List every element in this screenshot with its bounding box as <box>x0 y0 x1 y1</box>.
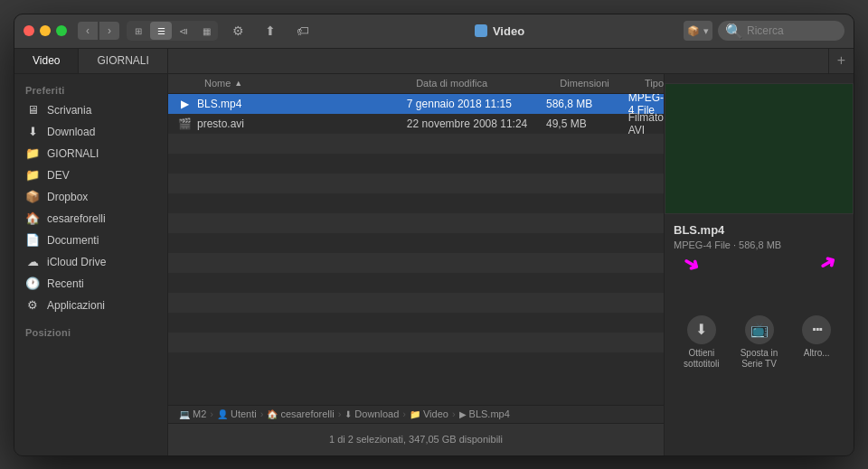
pink-arrow-1: ➜ <box>678 249 704 278</box>
sidebar-item-recenti[interactable]: 🕐 Recenti <box>14 273 167 295</box>
altro-icon: ··· <box>802 315 831 344</box>
breadcrumb-sep-2: › <box>260 408 264 419</box>
sidebar-item-icloud[interactable]: ☁ iCloud Drive <box>14 251 167 273</box>
sidebar-item-applicazioni[interactable]: ⚙ Applicazioni <box>14 295 167 316</box>
window-title-area: Video <box>323 24 676 38</box>
preview-info: BLS.mp4 MPEG-4 File · 586,8 MB ➜ ➜ ⬇ Ott… <box>665 214 854 455</box>
col-header-name[interactable]: Nome ▲ <box>168 78 416 89</box>
file-icon-presto: 🎬 <box>177 117 192 131</box>
main-content: Preferiti 🖥 Scrivania ⬇ Download 📁 GIORN… <box>14 74 854 455</box>
tab-giornali[interactable]: GIORNALI <box>79 49 167 73</box>
col-header-date[interactable]: Data di modifica <box>416 78 560 89</box>
icon-view-button[interactable]: ⊞ <box>127 22 149 40</box>
sidebar-item-dropbox[interactable]: 📦 Dropbox <box>14 186 167 208</box>
sottotitoli-icon: ⬇ <box>687 315 716 344</box>
folder-icon <box>475 24 487 37</box>
gallery-view-button[interactable]: ▦ <box>195 22 217 40</box>
file-bls-icon: ▶ <box>459 409 467 419</box>
sidebar-label-scrivania: Scrivania <box>47 104 91 117</box>
m2-icon: 💻 <box>179 409 190 419</box>
column-view-button[interactable]: ⧏ <box>173 22 194 40</box>
preview-action-serietv[interactable]: 📺 Sposta in Serie TV <box>735 315 784 370</box>
share-button[interactable]: ⬆ <box>258 21 283 41</box>
back-button[interactable]: ‹ <box>78 22 98 40</box>
breadcrumb-item-file[interactable]: ▶ BLS.mp4 <box>459 408 510 419</box>
sidebar-label-icloud: iCloud Drive <box>47 256 106 268</box>
tag-button[interactable]: 🏷 <box>290 21 316 41</box>
col-name-label: Nome <box>204 78 231 89</box>
file-row-empty-3 <box>168 174 664 193</box>
tab-add-button[interactable]: + <box>828 49 854 73</box>
breadcrumb-label-video: Video <box>423 408 448 419</box>
minimize-button[interactable] <box>40 25 51 36</box>
tab-video[interactable]: Video <box>14 49 79 73</box>
breadcrumb: 💻 M2 › 👤 Utenti › 🏠 cesareforelli › ⬇ Do… <box>168 405 664 423</box>
preview-thumbnail <box>665 83 854 214</box>
serietv-icon: 📺 <box>745 315 774 344</box>
col-header-size[interactable]: Dimensioni <box>560 78 645 89</box>
file-row-presto[interactable]: 🎬 presto.avi 22 novembre 2008 11:24 49,5… <box>168 114 664 134</box>
preview-filename: BLS.mp4 <box>674 223 844 237</box>
preview-action-altro[interactable]: ··· Altro... <box>792 315 841 370</box>
breadcrumb-label-download: Download <box>354 408 399 419</box>
home-icon: 🏠 <box>25 211 40 226</box>
file-row-empty-12 <box>168 352 664 372</box>
file-type-presto: Filmato AVI <box>628 111 664 136</box>
sidebar-item-giornali[interactable]: 📁 GIORNALI <box>14 143 167 164</box>
sort-button[interactable]: ⚙ <box>225 21 250 41</box>
file-size-bls: 586,8 MB <box>546 98 628 110</box>
utenti-icon: 👤 <box>217 409 228 419</box>
col-header-type[interactable]: Tipo <box>645 78 664 89</box>
traffic-lights <box>24 25 67 36</box>
file-size-presto: 49,5 MB <box>546 117 628 130</box>
file-row-empty-1 <box>168 134 664 154</box>
breadcrumb-item-user[interactable]: 🏠 cesareforelli <box>267 408 334 419</box>
breadcrumb-label-m2: M2 <box>193 408 206 419</box>
close-button[interactable] <box>24 25 34 36</box>
scrivania-icon: 🖥 <box>25 103 40 117</box>
altro-label: Altro... <box>804 348 830 359</box>
sidebar-item-cesareforelli[interactable]: 🏠 cesareforelli <box>14 208 167 230</box>
maximize-button[interactable] <box>56 25 67 36</box>
file-row-empty-9 <box>168 293 664 313</box>
search-box[interactable]: 🔍 <box>718 21 844 41</box>
breadcrumb-sep-4: › <box>402 408 406 419</box>
file-row-empty-10 <box>168 313 664 333</box>
user-icon: 🏠 <box>267 409 278 419</box>
breadcrumb-item-download[interactable]: ⬇ Download <box>344 408 399 419</box>
breadcrumb-item-m2[interactable]: 💻 M2 <box>179 408 206 419</box>
file-row-bls[interactable]: ▶ BLS.mp4 7 gennaio 2018 11:15 586,8 MB … <box>168 94 664 114</box>
sidebar-item-documenti[interactable]: 📄 Documenti <box>14 230 167 251</box>
forward-button[interactable]: › <box>99 22 119 40</box>
breadcrumb-label-user: cesareforelli <box>280 408 334 419</box>
serietv-label: Sposta in Serie TV <box>735 348 784 370</box>
list-view-button[interactable]: ☰ <box>150 22 172 40</box>
file-row-empty-7 <box>168 253 664 273</box>
breadcrumb-sep-1: › <box>210 408 213 419</box>
file-area: Nome ▲ Data di modifica Dimensioni Tipo … <box>168 74 664 455</box>
download-icon: ⬇ <box>25 125 40 139</box>
search-input[interactable] <box>747 24 837 37</box>
file-row-empty-4 <box>168 193 664 213</box>
window-title: Video <box>493 24 524 38</box>
preview-meta: MPEG-4 File · 586,8 MB <box>674 239 844 250</box>
applicazioni-icon: ⚙ <box>25 298 40 313</box>
preview-action-sottotitoli[interactable]: ⬇ Ottieni sottotitoli <box>677 315 726 370</box>
documenti-icon: 📄 <box>25 233 40 248</box>
sidebar-item-scrivania[interactable]: 🖥 Scrivania <box>14 99 167 121</box>
breadcrumb-item-video[interactable]: 📁 Video <box>410 408 448 419</box>
preview-actions: ⬇ Ottieni sottotitoli 📺 Sposta in Serie … <box>674 315 844 370</box>
file-row-empty-5 <box>168 213 664 233</box>
titlebar: ‹ › ⊞ ☰ ⧏ ▦ ⚙ ⬆ 🏷 Video 📦 ▾ 🔍 <box>14 14 854 49</box>
sidebar-label-recenti: Recenti <box>47 277 84 290</box>
breadcrumb-item-utenti[interactable]: 👤 Utenti <box>217 408 257 419</box>
sidebar-item-download[interactable]: ⬇ Download <box>14 121 167 143</box>
status-text: 1 di 2 selezionati, 347,05 GB disponibil… <box>329 434 503 445</box>
sidebar-label-dropbox: Dropbox <box>47 191 88 203</box>
sottotitoli-label: Ottieni sottotitoli <box>677 348 726 370</box>
sidebar-label-download: Download <box>47 126 95 138</box>
sidebar-item-dev[interactable]: 📁 DEV <box>14 164 167 186</box>
sort-arrow-icon: ▲ <box>234 79 242 88</box>
sidebar: Preferiti 🖥 Scrivania ⬇ Download 📁 GIORN… <box>14 74 168 455</box>
dropbox-button[interactable]: 📦 ▾ <box>684 21 712 41</box>
